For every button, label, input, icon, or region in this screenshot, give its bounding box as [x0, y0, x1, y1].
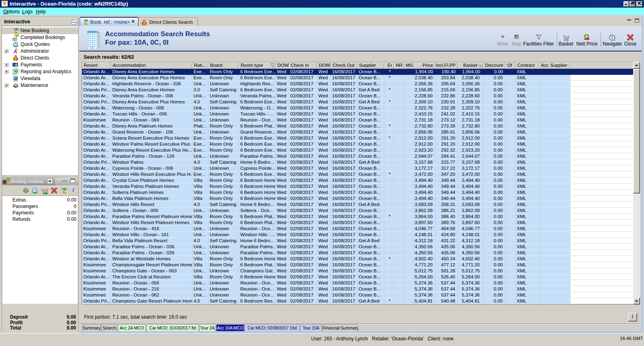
svg-text:$: $	[15, 63, 17, 68]
